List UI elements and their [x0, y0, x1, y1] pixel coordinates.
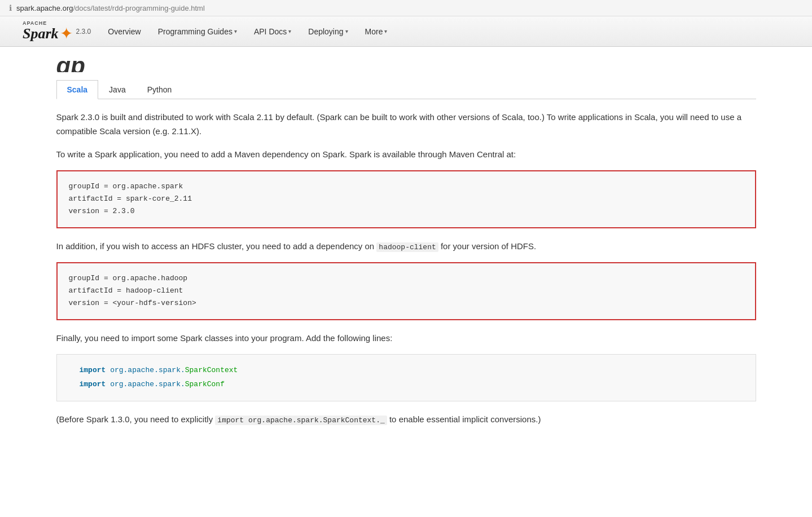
- nav-overview[interactable]: Overview: [108, 27, 141, 36]
- import-line-1: import org.apache.spark.SparkContext: [80, 364, 733, 378]
- chevron-down-icon: ▾: [288, 28, 291, 34]
- paragraph-hdfs-intro: In addition, if you wish to access an HD…: [56, 240, 756, 254]
- import-class-2: SparkConf: [185, 380, 225, 388]
- code-line: version = <your-hdfs-version>: [69, 297, 744, 310]
- import-class-1: SparkContext: [185, 366, 238, 374]
- import-path-2: org.apache.spark.: [110, 380, 185, 388]
- address-bar: ℹ spark.apache.org/docs/latest/rdd-progr…: [0, 0, 812, 16]
- chevron-down-icon: ▾: [384, 28, 387, 34]
- code-line: artifactId = spark-core_2.11: [69, 193, 744, 205]
- language-tabs: Scala Java Python: [56, 80, 756, 99]
- inline-code-sparkcontext: import org.apache.spark.SparkContext._: [215, 416, 387, 425]
- code-block-imports: import org.apache.spark.SparkContext imp…: [56, 354, 756, 401]
- tab-scala[interactable]: Scala: [56, 80, 99, 99]
- main-content: gp Scala Java Python Spark 2.3.0 is buil…: [23, 47, 790, 458]
- import-keyword: import: [80, 366, 106, 374]
- spark-star-icon: ✦: [60, 26, 73, 42]
- chevron-down-icon: ▾: [345, 28, 348, 34]
- site-logo[interactable]: APACHE Spark ✦ 2.3.0: [23, 21, 91, 42]
- nav-api-docs[interactable]: API Docs ▾: [254, 27, 291, 36]
- code-line: version = 2.3.0: [69, 205, 744, 218]
- nav-deploying[interactable]: Deploying ▾: [308, 27, 348, 36]
- code-block-hadoop-dependency: groupId = org.apache.hadoop artifactId =…: [56, 262, 756, 320]
- inline-code-hadoop: hadoop-client: [376, 242, 438, 252]
- code-line: groupId = org.apache.spark: [69, 180, 744, 193]
- paragraph-scala-intro: Spark 2.3.0 is built and distributed to …: [56, 111, 756, 139]
- code-block-spark-dependency: groupId = org.apache.spark artifactId = …: [56, 170, 756, 228]
- spark-wordmark: Spark: [23, 26, 59, 41]
- paragraph-import-intro: Finally, you need to import some Spark c…: [56, 332, 756, 346]
- paragraph-maven-intro: To write a Spark application, you need t…: [56, 148, 756, 162]
- code-line: artifactId = hadoop-client: [69, 285, 744, 297]
- url-path: /docs/latest/rdd-programming-guide.html: [73, 4, 204, 12]
- import-keyword-2: import: [80, 380, 106, 388]
- paragraph-legacy-note: (Before Spark 1.3.0, you need to explici…: [56, 413, 756, 427]
- navbar: APACHE Spark ✦ 2.3.0 Overview Programmin…: [0, 16, 812, 47]
- info-icon: ℹ: [9, 3, 12, 12]
- tab-java[interactable]: Java: [98, 80, 137, 99]
- import-line-2: import org.apache.spark.SparkConf: [80, 378, 733, 392]
- import-path-1: org.apache.spark.: [110, 366, 185, 374]
- nav-more[interactable]: More ▾: [365, 27, 388, 36]
- nav-programming-guides[interactable]: Programming Guides ▾: [158, 27, 237, 36]
- url-display: spark.apache.org/docs/latest/rdd-program…: [16, 4, 205, 12]
- url-domain: spark.apache.org: [16, 4, 73, 12]
- tab-python[interactable]: Python: [137, 80, 183, 99]
- chevron-down-icon: ▾: [234, 28, 237, 34]
- page-heading: gp: [56, 47, 756, 72]
- code-line: groupId = org.apache.hadoop: [69, 272, 744, 285]
- version-label: 2.3.0: [76, 28, 91, 36]
